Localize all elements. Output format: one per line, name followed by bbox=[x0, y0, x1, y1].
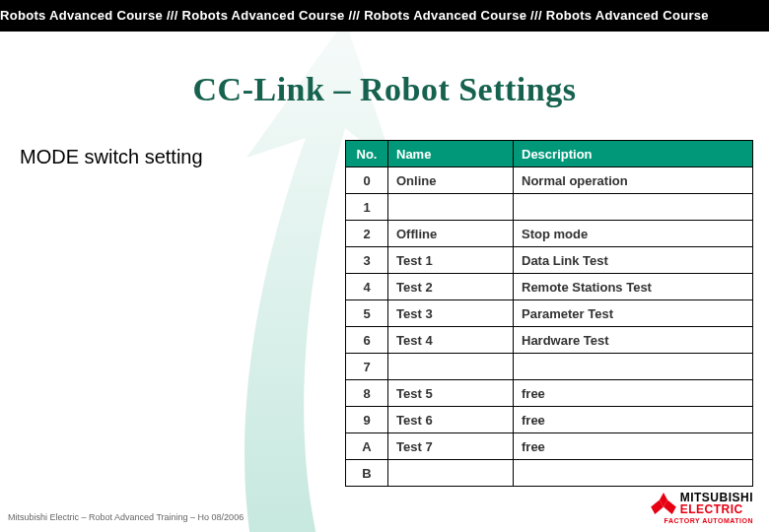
table-row: B bbox=[346, 460, 753, 487]
logo-line2: ELECTRIC bbox=[680, 503, 753, 515]
cell-name bbox=[388, 460, 514, 487]
table-row: 0 Online Normal operation bbox=[346, 167, 753, 194]
cell-name bbox=[388, 194, 514, 221]
cell-desc: free bbox=[514, 380, 753, 407]
subtitle: MODE switch setting bbox=[20, 146, 335, 168]
cell-desc: Remote Stations Test bbox=[514, 274, 753, 300]
table-row: 7 bbox=[346, 354, 753, 380]
cell-desc: Normal operation bbox=[514, 167, 753, 194]
cell-name: Test 4 bbox=[388, 327, 514, 354]
topband-text: Robots Advanced Course /// Robots Advanc… bbox=[0, 8, 709, 23]
table-row: 4 Test 2 Remote Stations Test bbox=[346, 274, 753, 300]
table-row: 1 bbox=[346, 194, 753, 221]
cell-name: Test 7 bbox=[388, 433, 514, 460]
col-no: No. bbox=[346, 141, 388, 167]
cell-name: Test 5 bbox=[388, 380, 514, 407]
cell-no: B bbox=[346, 460, 388, 487]
footer-left: Mitsubishi Electric – Robot Advanced Tra… bbox=[8, 512, 244, 522]
cell-no: 6 bbox=[346, 327, 388, 354]
col-name: Name bbox=[388, 141, 514, 167]
cell-no: 1 bbox=[346, 194, 388, 221]
cell-desc: free bbox=[514, 407, 753, 433]
cell-desc bbox=[514, 354, 753, 380]
slide-title-text: CC-Link – Robot Settings bbox=[193, 71, 577, 107]
cell-no: A bbox=[346, 433, 388, 460]
mode-switch-table: No. Name Description 0 Online Normal ope… bbox=[345, 140, 753, 487]
subtitle-text: MODE switch setting bbox=[20, 146, 203, 167]
cell-desc: Data Link Test bbox=[514, 247, 753, 274]
cell-desc: Parameter Test bbox=[514, 300, 753, 327]
col-desc: Description bbox=[514, 141, 753, 167]
cell-name: Test 6 bbox=[388, 407, 514, 433]
cell-desc: free bbox=[514, 433, 753, 460]
cell-desc: Stop mode bbox=[514, 221, 753, 247]
table-row: 3 Test 1 Data Link Test bbox=[346, 247, 753, 274]
table-row: 6 Test 4 Hardware Test bbox=[346, 327, 753, 354]
logo-sub: FACTORY AUTOMATION bbox=[651, 517, 753, 524]
cell-name: Online bbox=[388, 167, 514, 194]
cell-name: Test 2 bbox=[388, 274, 514, 300]
slide-title: CC-Link – Robot Settings bbox=[0, 71, 769, 108]
cell-name: Offline bbox=[388, 221, 514, 247]
cell-no: 3 bbox=[346, 247, 388, 274]
cell-no: 9 bbox=[346, 407, 388, 433]
cell-name: Test 3 bbox=[388, 300, 514, 327]
cell-no: 8 bbox=[346, 380, 388, 407]
cell-name: Test 1 bbox=[388, 247, 514, 274]
footer-left-text: Mitsubishi Electric – Robot Advanced Tra… bbox=[8, 512, 244, 522]
cell-no: 2 bbox=[346, 221, 388, 247]
topband: Robots Advanced Course /// Robots Advanc… bbox=[0, 0, 769, 32]
cell-desc bbox=[514, 460, 753, 487]
cell-no: 7 bbox=[346, 354, 388, 380]
mitsubishi-logo: MITSUBISHI ELECTRIC FACTORY AUTOMATION bbox=[651, 492, 753, 524]
mitsubishi-diamonds-icon bbox=[651, 493, 676, 514]
table-row: 2 Offline Stop mode bbox=[346, 221, 753, 247]
cell-desc: Hardware Test bbox=[514, 327, 753, 354]
table-row: 9 Test 6 free bbox=[346, 407, 753, 433]
cell-desc bbox=[514, 194, 753, 221]
cell-name bbox=[388, 354, 514, 380]
cell-no: 0 bbox=[346, 167, 388, 194]
cell-no: 5 bbox=[346, 300, 388, 327]
table-row: 8 Test 5 free bbox=[346, 380, 753, 407]
table-header-row: No. Name Description bbox=[346, 141, 753, 167]
table-row: 5 Test 3 Parameter Test bbox=[346, 300, 753, 327]
cell-no: 4 bbox=[346, 274, 388, 300]
table-row: A Test 7 free bbox=[346, 433, 753, 460]
